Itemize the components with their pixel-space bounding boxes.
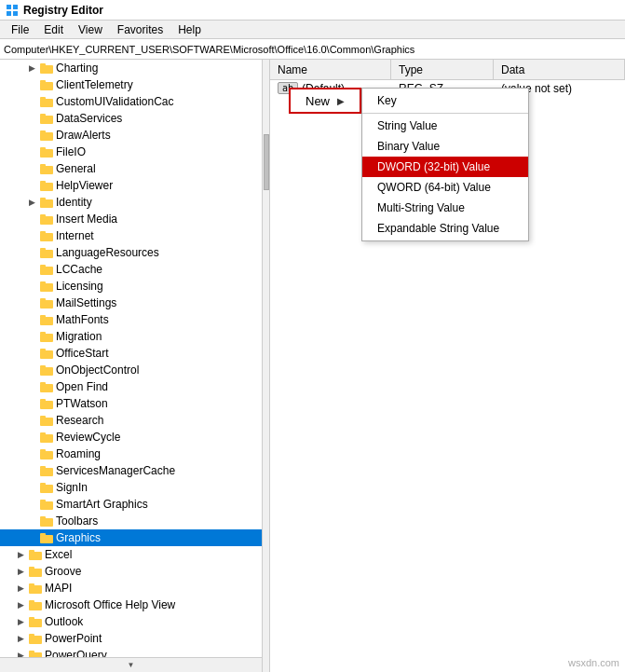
tree-item[interactable]: ▶ MAPI <box>0 580 269 597</box>
submenu-separator <box>362 113 528 114</box>
tree-item[interactable]: SmartArt Graphics <box>0 496 269 513</box>
app-icon <box>6 4 19 17</box>
tree-item[interactable]: HelpViewer <box>0 177 269 194</box>
tree-item-label: ServicesManagerCache <box>56 464 175 477</box>
tree-item[interactable]: ▶ Microsoft Office Help View <box>0 597 269 613</box>
svg-rect-28 <box>40 267 53 275</box>
svg-rect-20 <box>40 199 53 208</box>
tree-item[interactable]: Licensing <box>0 278 269 295</box>
folder-icon <box>29 599 42 610</box>
tree-item[interactable]: LanguageResources <box>0 244 269 261</box>
tree-item[interactable]: Toolbars <box>0 513 269 529</box>
tree-panel[interactable]: ▶ Charting ClientTelemetry CustomUIValid… <box>0 60 270 672</box>
tree-item-label: MAPI <box>45 582 72 595</box>
svg-rect-34 <box>40 317 53 325</box>
svg-rect-41 <box>40 365 46 368</box>
submenu-expandable-string[interactable]: Expandable String Value <box>362 218 528 239</box>
folder-icon <box>40 230 53 241</box>
tree-item-label: General <box>56 162 96 175</box>
tree-item[interactable]: PTWatson <box>0 395 269 412</box>
tree-item[interactable]: Roaming <box>0 446 269 462</box>
tree-item[interactable]: Graphics <box>0 529 269 546</box>
tree-item[interactable]: FileIO <box>0 144 269 160</box>
right-panel: Name Type Data ab (Default) REG_SZ (valu… <box>270 60 625 672</box>
watermark: wsxdn.com <box>568 657 619 668</box>
svg-rect-67 <box>29 583 34 586</box>
new-button[interactable]: New ▶ <box>289 88 361 114</box>
folder-icon <box>40 482 53 493</box>
tree-item[interactable]: ▶ Groove <box>0 563 269 580</box>
svg-rect-35 <box>40 315 46 318</box>
menu-favorites[interactable]: Favorites <box>110 21 170 38</box>
tree-item[interactable]: ▶ PowerPoint <box>0 630 269 647</box>
svg-rect-65 <box>29 567 34 569</box>
tree-item-label: Groove <box>45 565 81 578</box>
svg-rect-8 <box>40 99 53 107</box>
tree-item[interactable]: ClientTelemetry <box>0 76 269 93</box>
tree-item[interactable]: Internet <box>0 227 269 244</box>
svg-rect-49 <box>40 432 46 435</box>
tree-item[interactable]: MailSettings <box>0 295 269 311</box>
tree-item-label: OfficeStart <box>56 347 108 360</box>
svg-rect-15 <box>40 147 46 150</box>
svg-rect-63 <box>29 550 34 553</box>
tree-item[interactable]: ReviewCycle <box>0 429 269 446</box>
tree-item[interactable]: General <box>0 160 269 177</box>
tree-item[interactable]: Insert Media <box>0 211 269 227</box>
tree-item[interactable]: MathFonts <box>0 311 269 328</box>
tree-item[interactable]: SignIn <box>0 479 269 496</box>
tree-item[interactable]: ▶ Excel <box>0 546 269 563</box>
svg-rect-64 <box>29 569 42 577</box>
submenu-multi-string[interactable]: Multi-String Value <box>362 198 528 218</box>
menu-edit[interactable]: Edit <box>36 21 71 38</box>
svg-rect-13 <box>40 130 46 133</box>
submenu-string-value[interactable]: String Value <box>362 116 528 136</box>
expand-arrow-icon: ▶ <box>15 616 26 627</box>
svg-rect-47 <box>40 416 46 418</box>
submenu-key[interactable]: Key <box>362 90 528 111</box>
tree-item[interactable]: ▶ Identity <box>0 194 269 211</box>
svg-rect-57 <box>40 500 46 502</box>
svg-rect-71 <box>29 617 34 620</box>
tree-item[interactable]: LCCache <box>0 261 269 278</box>
tree-item-label: LanguageResources <box>56 246 159 259</box>
context-menu-area: New ▶ Key String Value Binary Value DWOR… <box>289 88 529 241</box>
menu-help[interactable]: Help <box>170 21 209 38</box>
tree-item-label: Excel <box>45 548 72 561</box>
svg-rect-59 <box>40 516 46 519</box>
tree-item[interactable]: ▶ Charting <box>0 60 269 76</box>
submenu-dword-value[interactable]: DWORD (32-bit) Value <box>362 157 528 177</box>
svg-rect-17 <box>40 164 46 167</box>
tree-item[interactable]: DrawAlerts <box>0 127 269 144</box>
svg-rect-42 <box>40 384 53 392</box>
svg-rect-32 <box>40 300 53 309</box>
svg-rect-61 <box>40 533 46 536</box>
expand-arrow-icon: ▶ <box>15 599 26 610</box>
folder-icon <box>40 515 53 527</box>
svg-rect-69 <box>29 600 34 603</box>
tree-item[interactable]: CustomUIValidationCac <box>0 93 269 110</box>
tree-item[interactable]: ▶ Outlook <box>0 613 269 630</box>
folder-icon <box>40 297 53 309</box>
tree-item-label: DrawAlerts <box>56 129 111 142</box>
tree-item[interactable]: Open Find <box>0 378 269 395</box>
tree-item[interactable]: Migration <box>0 328 269 345</box>
svg-rect-1 <box>13 5 18 9</box>
submenu-qword-value[interactable]: QWORD (64-bit) Value <box>362 177 528 198</box>
submenu-binary-value[interactable]: Binary Value <box>362 136 528 157</box>
tree-item[interactable]: DataServices <box>0 110 269 127</box>
svg-rect-21 <box>40 198 46 200</box>
menu-view[interactable]: View <box>71 21 110 38</box>
svg-rect-75 <box>29 651 34 653</box>
svg-rect-18 <box>40 183 53 191</box>
folder-icon <box>40 180 53 191</box>
svg-rect-68 <box>29 602 42 610</box>
tree-item[interactable]: ServicesManagerCache <box>0 462 269 479</box>
tree-item[interactable]: Research <box>0 412 269 429</box>
svg-rect-51 <box>40 449 46 452</box>
svg-rect-72 <box>29 636 42 644</box>
folder-icon <box>40 465 53 476</box>
tree-item[interactable]: OfficeStart <box>0 345 269 362</box>
menu-file[interactable]: File <box>4 21 36 38</box>
tree-item[interactable]: OnObjectControl <box>0 362 269 378</box>
